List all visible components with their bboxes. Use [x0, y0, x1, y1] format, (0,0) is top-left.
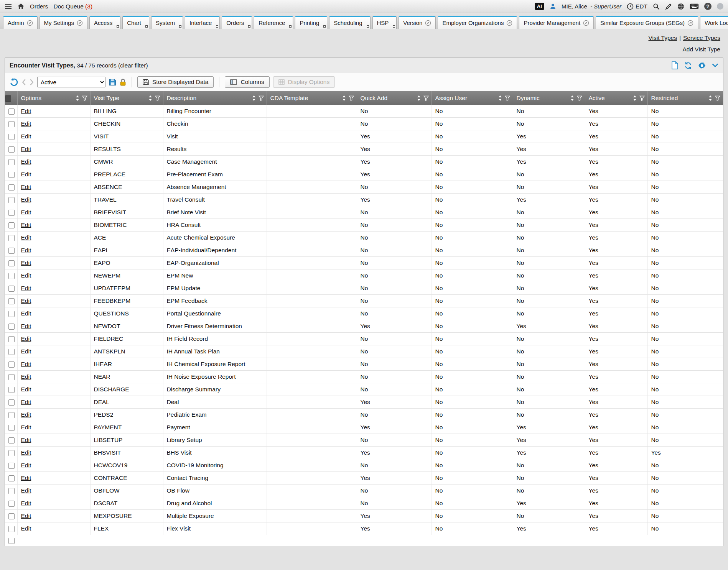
gear-icon[interactable]: [698, 62, 706, 69]
edit-link[interactable]: Edit: [21, 234, 31, 241]
edit-link[interactable]: Edit: [21, 260, 31, 266]
edit-link[interactable]: Edit: [21, 348, 31, 355]
edit-link[interactable]: Edit: [21, 297, 31, 304]
tab-access[interactable]: Access: [89, 16, 120, 29]
row-checkbox[interactable]: [8, 273, 15, 279]
row-checkbox[interactable]: [8, 387, 15, 393]
sort-icon[interactable]: [633, 95, 637, 101]
row-checkbox[interactable]: [8, 248, 15, 254]
current-user[interactable]: MIE, Alice - SuperUser: [562, 3, 621, 10]
row-checkbox[interactable]: [8, 349, 15, 355]
edit-link[interactable]: Edit: [21, 310, 31, 317]
sort-icon[interactable]: [76, 95, 79, 101]
row-checkbox[interactable]: [8, 336, 15, 342]
orders-topbar-link[interactable]: Orders: [30, 3, 48, 10]
select-all-checkbox[interactable]: [5, 95, 11, 102]
row-checkbox[interactable]: [8, 108, 15, 115]
forward-icon[interactable]: [30, 79, 34, 85]
back-icon[interactable]: [22, 79, 26, 85]
column-header-cda-template[interactable]: CDA Template: [267, 91, 357, 105]
filter-icon[interactable]: [259, 95, 264, 101]
row-checkbox[interactable]: [8, 437, 15, 444]
filter-icon[interactable]: [715, 95, 720, 101]
store-displayed-data-button[interactable]: Store Displayed Data: [137, 76, 214, 88]
undo-icon[interactable]: [10, 78, 18, 87]
row-checkbox[interactable]: [8, 324, 15, 330]
edit-link[interactable]: Edit: [21, 487, 31, 494]
row-checkbox[interactable]: [8, 450, 15, 456]
edit-link[interactable]: Edit: [21, 399, 31, 405]
row-checkbox[interactable]: [8, 121, 15, 127]
edit-link[interactable]: Edit: [21, 120, 31, 127]
filter-icon[interactable]: [505, 95, 510, 101]
tab-orders[interactable]: Orders: [222, 16, 252, 29]
add-visit-type-link[interactable]: Add Visit Type: [682, 46, 720, 53]
edit-link[interactable]: Edit: [21, 335, 31, 342]
lock-icon[interactable]: [120, 79, 126, 86]
edit-link[interactable]: Edit: [21, 386, 31, 393]
sort-icon[interactable]: [342, 95, 346, 101]
row-checkbox[interactable]: [8, 513, 15, 519]
row-checkbox[interactable]: [8, 374, 15, 380]
row-checkbox[interactable]: [8, 425, 15, 431]
column-header-quick-add[interactable]: Quick Add: [357, 91, 432, 105]
row-checkbox[interactable]: [8, 159, 15, 165]
filter-icon[interactable]: [639, 95, 645, 101]
ai-badge[interactable]: AI: [535, 3, 545, 10]
tab-work-locations[interactable]: Work Locations: [700, 16, 728, 29]
clear-filter-link[interactable]: clear filter: [120, 62, 146, 69]
save-icon[interactable]: [109, 79, 116, 86]
edit-link[interactable]: Edit: [21, 171, 31, 177]
edit-link[interactable]: Edit: [21, 361, 31, 367]
row-checkbox[interactable]: [8, 172, 15, 178]
tab-reference[interactable]: Reference: [254, 16, 293, 29]
chevron-down-icon[interactable]: [712, 63, 718, 67]
row-checkbox[interactable]: [8, 222, 15, 228]
edit-link[interactable]: Edit: [21, 437, 31, 443]
new-document-icon[interactable]: [672, 61, 678, 69]
filter-select[interactable]: Active: [37, 77, 105, 87]
column-header-description[interactable]: Description: [163, 91, 267, 105]
row-checkbox[interactable]: [8, 463, 15, 469]
row-checkbox[interactable]: [8, 412, 15, 418]
filter-icon[interactable]: [423, 95, 429, 101]
timezone-indicator[interactable]: EDT: [627, 3, 647, 10]
row-checkbox[interactable]: [8, 501, 15, 507]
menu-icon[interactable]: [5, 3, 12, 9]
row-checkbox[interactable]: [8, 475, 15, 481]
column-header-assign-user[interactable]: Assign User: [432, 91, 513, 105]
edit-link[interactable]: Edit: [21, 196, 31, 203]
visit-types-link[interactable]: Visit Types: [649, 34, 677, 41]
row-checkbox[interactable]: [8, 197, 15, 203]
sort-icon[interactable]: [417, 95, 421, 101]
edit-pencil-icon[interactable]: [665, 3, 672, 10]
row-checkbox[interactable]: [8, 134, 15, 140]
edit-link[interactable]: Edit: [21, 500, 31, 506]
edit-link[interactable]: Edit: [21, 475, 31, 481]
column-header-restricted[interactable]: Restricted: [647, 91, 723, 105]
tab-printing[interactable]: Printing: [295, 16, 327, 29]
row-checkbox[interactable]: [8, 235, 15, 241]
row-checkbox[interactable]: [8, 260, 15, 266]
edit-link[interactable]: Edit: [21, 133, 31, 140]
refresh-icon[interactable]: [684, 62, 692, 69]
row-checkbox[interactable]: [8, 526, 15, 532]
footer-checkbox[interactable]: [8, 538, 15, 544]
row-checkbox[interactable]: [8, 488, 15, 494]
edit-link[interactable]: Edit: [21, 513, 31, 519]
row-checkbox[interactable]: [8, 210, 15, 216]
edit-link[interactable]: Edit: [21, 449, 31, 456]
home-icon[interactable]: [17, 3, 25, 10]
edit-link[interactable]: Edit: [21, 373, 31, 380]
edit-link[interactable]: Edit: [21, 222, 31, 228]
filter-icon[interactable]: [577, 95, 582, 101]
edit-link[interactable]: Edit: [21, 146, 31, 152]
globe-icon[interactable]: [677, 3, 684, 10]
help-icon[interactable]: [704, 3, 712, 10]
row-checkbox[interactable]: [8, 146, 15, 153]
tab-admin[interactable]: Admin: [3, 16, 38, 29]
filter-icon[interactable]: [349, 95, 354, 101]
tab-provider-management[interactable]: Provider Management: [519, 16, 594, 29]
tab-system[interactable]: System: [151, 16, 183, 29]
columns-button[interactable]: Columns: [225, 76, 269, 88]
